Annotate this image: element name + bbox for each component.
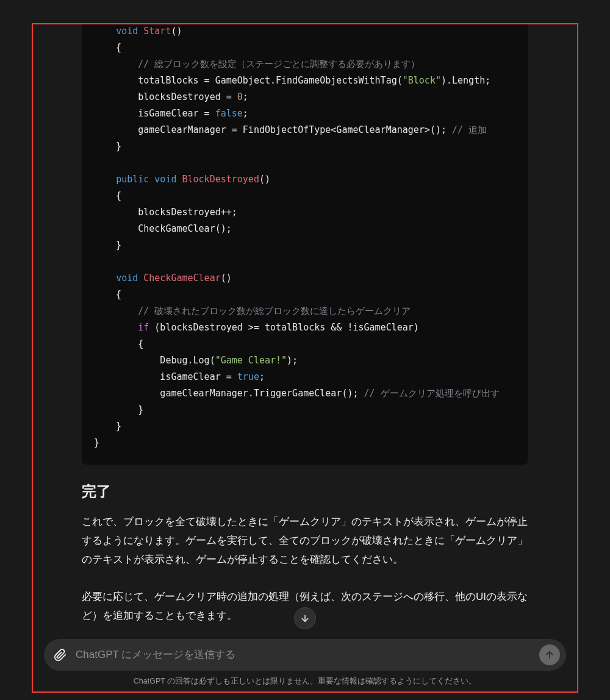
- code-block: void Start() { // 総ブロック数を設定（ステージごとに調整する必…: [82, 23, 528, 465]
- section-heading: 完了: [82, 482, 528, 501]
- composer: [44, 639, 566, 671]
- send-button[interactable]: [539, 645, 560, 665]
- message-input[interactable]: [71, 649, 539, 661]
- paragraph-1: これで、ブロックを全て破壊したときに「ゲームクリア」のテキストが表示され、ゲーム…: [82, 512, 528, 569]
- scroll-to-bottom-button[interactable]: [294, 607, 316, 629]
- disclaimer-text: ChatGPT の回答は必ずしも正しいとは限りません。重要な情報は確認するように…: [0, 676, 610, 687]
- attach-button[interactable]: [50, 645, 71, 665]
- message-content: void Start() { // 総ブロック数を設定（ステージごとに調整する必…: [32, 23, 578, 639]
